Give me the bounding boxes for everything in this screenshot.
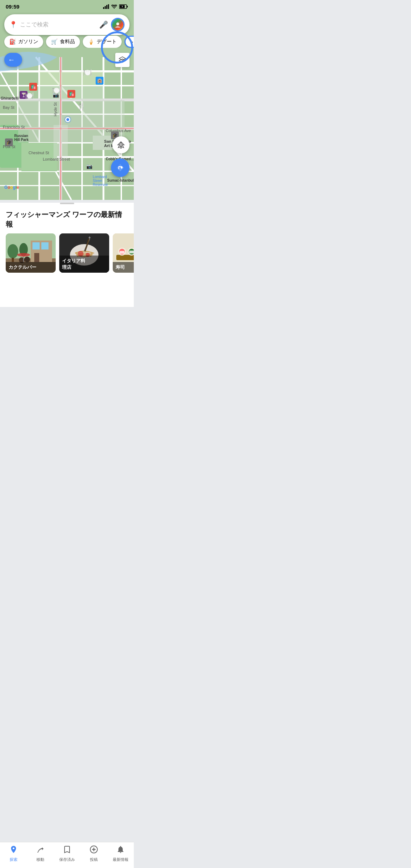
svg-rect-81 (120, 251, 125, 254)
card-label-sushi: 寿司 (113, 262, 134, 273)
google-logo: Google (4, 185, 19, 190)
svg-rect-2 (106, 5, 107, 9)
chip-grocery[interactable]: 🛒 食料品 (46, 36, 80, 48)
map-marker-shop-1[interactable]: 🛍️ (29, 83, 37, 91)
map-marker-hotel[interactable]: 🏨 (96, 77, 103, 85)
avatar-ring (111, 18, 125, 31)
svg-rect-67 (34, 253, 39, 262)
svg-rect-84 (129, 251, 134, 253)
user-location-dot (65, 117, 70, 122)
map-marker-food-3[interactable]: 🍴 (77, 102, 86, 111)
svg-point-56 (116, 22, 119, 25)
street-label-hyde: Hyde St (53, 102, 57, 116)
search-placeholder[interactable]: ここで検索 (20, 21, 96, 29)
place-label-russian-hill: RussianHill Park (14, 134, 29, 142)
grocery-icon: 🛒 (51, 39, 58, 45)
layers-icon (118, 56, 126, 64)
directions-button[interactable] (111, 158, 130, 177)
svg-point-69 (24, 257, 30, 262)
card-visual-italian: イタリア料理店 (59, 233, 109, 273)
other-icon: ⋯ (130, 39, 134, 45)
map-area[interactable]: Lombard Street Hyde St Columbus Ave Bay … (0, 0, 134, 200)
location-button[interactable] (112, 136, 130, 153)
place-label-ghirardelli: Ghirardelli (1, 96, 19, 100)
map-marker-food-2[interactable]: 🍽️ (52, 86, 61, 95)
directions-icon (116, 163, 125, 172)
card-label-cocktail: カクテルバー (6, 262, 56, 273)
map-marker-food-4[interactable]: 🍽️ (25, 91, 34, 100)
svg-rect-0 (103, 7, 104, 9)
battery-icon (119, 4, 128, 9)
svg-rect-66 (41, 242, 49, 249)
status-time: 09:59 (6, 4, 19, 10)
chip-grocery-label: 食料品 (60, 39, 75, 45)
status-icons (103, 4, 128, 9)
category-chips: ⛽ ガソリン 🛒 食料品 🍦 デザート ⋯ その他 (0, 36, 134, 48)
svg-rect-41 (104, 100, 125, 114)
svg-rect-5 (127, 6, 128, 7)
chip-dessert-label: デザート (97, 39, 117, 45)
svg-rect-54 (54, 125, 68, 161)
chip-other[interactable]: ⋯ その他 (125, 36, 134, 48)
section-title: フィッシャーマンズ ワーフの最新情報 (0, 204, 134, 233)
svg-rect-1 (105, 6, 106, 9)
place-label-sumac: Sumac-Istanbul (107, 178, 134, 182)
chip-dessert[interactable]: 🍦 デザート (83, 36, 122, 48)
svg-rect-3 (108, 4, 109, 9)
svg-rect-37 (82, 86, 103, 100)
chip-gasoline-label: ガソリン (18, 39, 38, 45)
map-marker-school[interactable]: 🎓 (5, 138, 13, 146)
place-card-italian[interactable]: イタリア料理店 (59, 233, 109, 273)
svg-rect-45 (82, 115, 103, 128)
svg-marker-57 (119, 57, 126, 60)
dessert-icon: 🍦 (88, 39, 95, 45)
street-label-lombard-res: LombardStreetReservoir (93, 175, 108, 187)
street-label-lombard: Lombard Street (43, 157, 70, 161)
svg-marker-58 (119, 59, 126, 62)
place-card-sushi[interactable]: 寿司 (113, 233, 134, 273)
svg-rect-62 (12, 258, 14, 262)
search-map-pin-icon: 📍 (9, 21, 17, 29)
back-arrow-chip[interactable]: ← (4, 53, 22, 67)
svg-point-71 (17, 253, 30, 257)
svg-rect-46 (104, 115, 125, 128)
status-bar: 09:59 (0, 0, 134, 12)
street-label-bay: Bay St (3, 105, 14, 110)
back-arrow-icon: ← (8, 56, 15, 64)
map-marker-camera-2[interactable]: 📷 (86, 163, 92, 169)
card-visual-cocktail: カクテルバー (6, 233, 56, 273)
map-marker-shop-2[interactable]: 🛍️ (67, 90, 75, 98)
layers-button[interactable] (115, 53, 130, 67)
user-avatar[interactable] (112, 19, 123, 30)
svg-rect-32 (40, 72, 60, 85)
svg-rect-65 (32, 242, 40, 249)
bottom-sheet: フィッシャーマンズ ワーフの最新情報 (0, 203, 134, 307)
place-card-cocktail[interactable]: カクテルバー (6, 233, 56, 273)
cards-row: カクテルバー (0, 233, 134, 278)
svg-rect-33 (61, 72, 82, 85)
signal-icon (103, 4, 109, 9)
card-label-italian: イタリア料理店 (59, 256, 109, 273)
location-arrow-icon (117, 141, 125, 149)
microphone-icon[interactable]: 🎤 (99, 20, 108, 29)
map-marker-food-1[interactable]: 🍽️ (83, 68, 92, 77)
chip-gasoline[interactable]: ⛽ ガソリン (4, 36, 43, 48)
street-label-francisco: Francisco St (3, 125, 25, 129)
svg-rect-38 (18, 100, 39, 114)
street-label-chestnut: Chestnut St (29, 151, 49, 155)
search-bar[interactable]: 📍 ここで検索 🎤 (4, 14, 130, 35)
svg-point-61 (7, 244, 18, 258)
wifi-icon (111, 5, 117, 9)
card-visual-sushi: 寿司 (113, 233, 134, 273)
gasoline-icon: ⛽ (9, 39, 16, 45)
svg-rect-78 (116, 255, 134, 260)
